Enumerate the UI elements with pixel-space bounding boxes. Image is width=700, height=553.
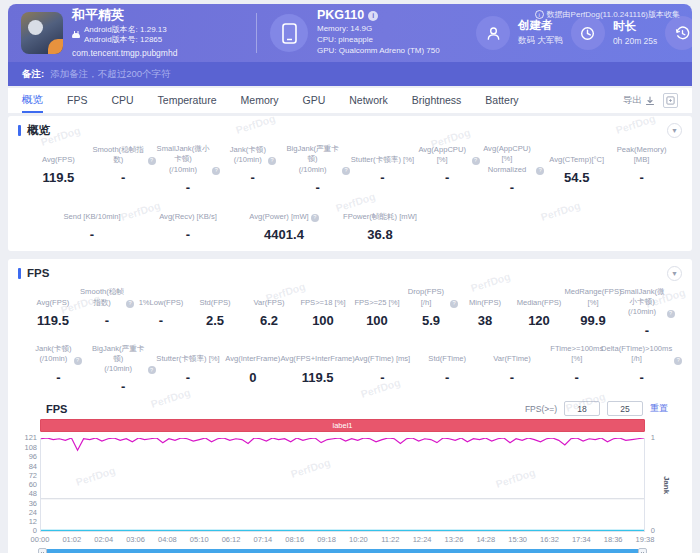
scrollbar-handle-right[interactable] [638, 548, 647, 553]
report-banner: i 数据由PerfDog(11.0.241116)版本收集 和平精英 Andro… [8, 4, 692, 86]
threshold-low-input[interactable] [564, 401, 600, 416]
device-summary: PKG110 i Memory: 14.9G CPU: pineapple GP… [270, 9, 476, 56]
metric-label: Send [KB/10min] [44, 201, 140, 222]
creator-block: 创建者 数码 大军鸭 [476, 16, 563, 50]
info-icon[interactable]: ? [674, 357, 682, 365]
metric: Avg(FPS)119.5 [26, 144, 91, 195]
threshold-high-input[interactable] [607, 401, 643, 416]
metric: Smooth(稳帧指数)?- [91, 144, 156, 195]
fps-title: FPS [27, 267, 49, 279]
y-axis-tick: 36 [5, 500, 37, 508]
collapse-fps-button[interactable]: ▼ [667, 266, 682, 281]
metric: BigJank(严重卡顿) (/10min)?- [91, 344, 156, 395]
metric-value: - [156, 180, 221, 195]
x-axis-tick: 07:14 [254, 535, 273, 544]
info-icon[interactable]: ? [212, 167, 220, 175]
metric: Stutter(卡顿率) [%]- [156, 344, 221, 395]
download-icon [645, 96, 655, 106]
metric-value: - [480, 370, 545, 385]
x-axis-tick: 12:24 [413, 535, 432, 544]
x-axis-tick: 08:16 [285, 535, 304, 544]
clock-icon [571, 16, 605, 50]
metric: Drop(FPS) [/h]?5.9 [404, 287, 458, 338]
x-axis-tick: 13:26 [445, 535, 464, 544]
tab-FPS[interactable]: FPS [67, 88, 87, 113]
info-icon[interactable]: ? [450, 300, 458, 308]
metric: Min(FPS)38 [458, 287, 512, 338]
metric-label: Jank(卡顿) (/10min)? [26, 344, 91, 365]
chart-scrollbar[interactable] [40, 549, 645, 553]
section-accent-bar [18, 125, 21, 136]
tab-Temperature[interactable]: Temperature [158, 88, 217, 113]
game-summary: 和平精英 Android版本名: 1.29.13 Android版本号: 128… [21, 8, 243, 58]
tab-GPU[interactable]: GPU [302, 88, 325, 113]
label-band[interactable]: label1 [40, 419, 645, 432]
info-icon[interactable]: ? [342, 167, 350, 175]
right-axis-tick: 0 [651, 528, 655, 536]
metric-value: 6.2 [242, 313, 296, 328]
tab-Memory[interactable]: Memory [241, 88, 279, 113]
x-axis-tick: 11:22 [381, 535, 399, 544]
metric-value: - [415, 370, 480, 385]
metric-label: FPS>=25 [%] [350, 287, 404, 308]
tab-CPU[interactable]: CPU [111, 88, 133, 113]
metric-value: 119.5 [26, 170, 91, 185]
metric: Avg(FPS)119.5 [26, 287, 80, 338]
metric-value: 36.8 [332, 227, 428, 242]
tab-Network[interactable]: Network [349, 88, 388, 113]
report-note-icon[interactable] [663, 93, 678, 108]
info-icon[interactable]: ? [126, 300, 134, 308]
threshold-label: FPS(>=) [525, 404, 557, 414]
game-version-code: Android版本号: 12865 [84, 35, 167, 45]
metric: FPS>=25 [%]100 [350, 287, 404, 338]
scrollbar-handle-left[interactable] [38, 548, 47, 553]
metric-value: - [350, 170, 415, 185]
fps-row2: Jank(卡顿) (/10min)?-BigJank(严重卡顿) (/10min… [18, 338, 682, 395]
info-icon[interactable]: ? [472, 157, 480, 165]
metric: SmallJank(微小卡顿) (/10min)?- [620, 287, 674, 338]
note-bar[interactable]: 备注: 添加备注，不超过200个字符 [8, 62, 692, 86]
metric: FPower(帧能耗) [mW]36.8 [332, 201, 428, 242]
tab-Brightness[interactable]: Brightness [412, 88, 462, 113]
fps-chart[interactable]: FPS Jank 1211089684726048362412010 [40, 438, 645, 532]
info-icon[interactable]: ? [268, 157, 276, 165]
overview-row1: Avg(FPS)119.5Smooth(稳帧指数)?-SmallJank(微小卡… [18, 138, 682, 195]
collapse-overview-button[interactable]: ▼ [667, 123, 682, 138]
x-axis-tick: 15:30 [508, 535, 527, 544]
metric-label: Avg(InterFrame) [220, 344, 285, 365]
metric-label: Jank(卡顿) (/10min)? [220, 144, 285, 165]
metric-label: Delta(FTime)>100ms [/h]? [609, 344, 674, 365]
y-axis-tick: 12 [5, 518, 37, 526]
x-axis-tick: 06:12 [222, 535, 241, 544]
metric-label: FPower(帧能耗) [mW] [332, 201, 428, 222]
metric: Avg(AppCPU) [%]?- [415, 144, 480, 195]
plot-area[interactable]: 1211089684726048362412010 [40, 438, 645, 532]
info-icon[interactable]: ? [148, 157, 156, 165]
tab-概览[interactable]: 概览 [22, 88, 43, 113]
game-info: 和平精英 Android版本名: 1.29.13 Android版本号: 128… [72, 8, 177, 58]
upload-block: 上传时间 09/01/2025 22:23:44 [665, 16, 692, 50]
metric: Jank(卡顿) (/10min)?- [220, 144, 285, 195]
y-axis-tick: 96 [5, 454, 37, 462]
reset-link[interactable]: 重置 [650, 402, 668, 415]
metric: Var(FTime)- [480, 344, 545, 395]
overview-card: 概览 ▼ Avg(FPS)119.5Smooth(稳帧指数)?-SmallJan… [8, 116, 692, 251]
info-icon[interactable]: ? [667, 310, 675, 318]
metric: Avg(InterFrame)0 [220, 344, 285, 395]
metric: FTime>=100ms [%]- [544, 344, 609, 395]
device-info: PKG110 i Memory: 14.9G CPU: pineapple GP… [317, 9, 440, 56]
info-icon[interactable]: ? [148, 366, 156, 374]
export-button[interactable]: 导出 [623, 94, 655, 107]
info-icon[interactable]: ? [311, 214, 319, 222]
metric-label: Peak(Memory) [MB] [609, 144, 674, 165]
y-axis-tick: 24 [5, 509, 37, 517]
y-axis-tick: 84 [5, 463, 37, 471]
info-icon[interactable]: ? [74, 357, 82, 365]
metric-value: - [480, 180, 545, 195]
metric-value: - [285, 180, 350, 195]
metric: SmallJank(微小卡顿) (/10min)?- [156, 144, 221, 195]
info-icon[interactable]: ? [536, 167, 544, 175]
metric-value: 4401.4 [236, 227, 332, 242]
device-info-icon[interactable]: i [368, 11, 378, 21]
tab-Battery[interactable]: Battery [485, 88, 518, 113]
